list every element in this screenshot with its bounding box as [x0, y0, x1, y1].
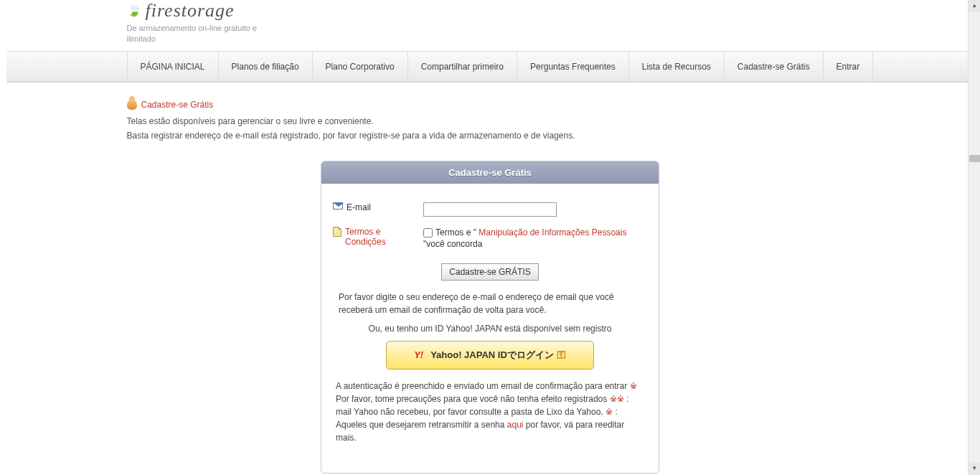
yahoo-logo-icon: Y! — [414, 349, 423, 360]
mail-icon — [333, 202, 343, 210]
or-text: Ou, eu tenho um ID Yahoo! JAPAN está dis… — [333, 324, 647, 334]
site-name: firestorage — [146, 0, 235, 22]
intro-line-2: Basta registrar endereço de e-mail está … — [127, 128, 854, 143]
email-input[interactable] — [423, 202, 557, 217]
signup-form: Cadastre-se Grátis E-mail Termos e Condi… — [321, 161, 659, 474]
disclaimer-text: A autenticação é preenchido e enviado um… — [333, 380, 647, 444]
aqui-link[interactable]: aqui — [507, 420, 524, 430]
yahoo-login-button[interactable]: Y!Yahoo! JAPAN IDでログイン⚿ — [386, 341, 594, 370]
leaf-icon: 🍃 — [127, 4, 141, 17]
main-nav: PÁGINA INICIAL Planos de filiação Plano … — [6, 51, 974, 83]
checkbox-text-suffix: "você concorda — [423, 239, 482, 249]
page-heading: Cadastre-se Grátis — [127, 100, 854, 110]
intro-text: Telas estão disponíveis para gerenciar o… — [127, 114, 854, 144]
tagline: De armazenamento on-line gratuito e ilim… — [127, 23, 278, 45]
site-header: 🍃 firestorage De armazenamento on-line g… — [6, 0, 974, 45]
nav-home[interactable]: PÁGINA INICIAL — [127, 52, 219, 82]
nav-resources[interactable]: Lista de Recursos — [629, 52, 725, 82]
nav-faq[interactable]: Perguntas Frequentes — [517, 52, 629, 82]
key-icon: ⚿ — [557, 349, 566, 360]
document-icon — [333, 227, 341, 237]
nav-corporate[interactable]: Plano Corporativo — [313, 52, 408, 82]
email-label: E-mail — [347, 202, 371, 212]
user-icon — [127, 100, 137, 110]
intro-line-1: Telas estão disponíveis para gerenciar o… — [127, 114, 854, 128]
email-note: Por favor digite o seu endereço de e-mai… — [333, 291, 647, 316]
checkbox-text-prefix: Termos e " — [435, 227, 476, 238]
scroll-down-icon[interactable]: ▾ — [969, 463, 980, 475]
signup-submit-button[interactable]: Cadastre-se GRÁTIS — [441, 263, 538, 281]
scroll-up-icon[interactable]: ▴ — [969, 0, 980, 12]
yahoo-button-label: Yahoo! JAPAN IDでログイン — [430, 349, 554, 360]
form-title: Cadastre-se Grátis — [321, 161, 659, 184]
vertical-scrollbar[interactable]: ▴ ▾ — [968, 0, 980, 475]
nav-share[interactable]: Compartilhar primeiro — [408, 52, 517, 82]
nav-login[interactable]: Entrar — [824, 52, 874, 82]
nav-plans[interactable]: Planos de filiação — [219, 52, 313, 82]
page-heading-link[interactable]: Cadastre-se Grátis — [141, 100, 214, 110]
agree-checkbox[interactable] — [423, 228, 433, 238]
privacy-link[interactable]: Manipulação de Informações Pessoais — [479, 227, 626, 238]
nav-signup[interactable]: Cadastre-se Grátis — [725, 52, 824, 82]
scroll-thumb[interactable] — [969, 155, 980, 162]
terms-link[interactable]: Termos e Condições — [345, 227, 423, 247]
